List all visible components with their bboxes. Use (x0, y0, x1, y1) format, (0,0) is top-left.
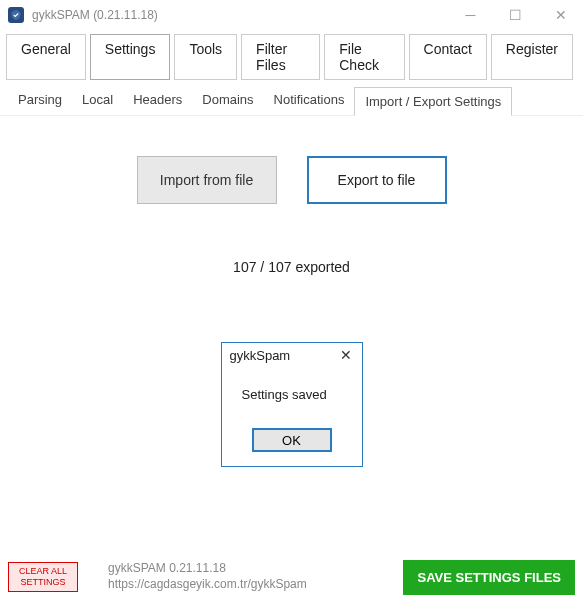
maximize-button[interactable]: ☐ (493, 0, 538, 30)
dialog-title: gykkSpam (230, 348, 291, 363)
tab-general[interactable]: General (6, 34, 86, 80)
footer-url: https://cagdasgeyik.com.tr/gykkSpam (108, 577, 307, 593)
export-to-file-button[interactable]: Export to file (307, 156, 447, 204)
footer-version: gykkSPAM 0.21.11.18 (108, 561, 307, 577)
save-settings-files-button[interactable]: SAVE SETTINGS FILES (403, 560, 575, 595)
titlebar: gykkSPAM (0.21.11.18) ─ ☐ ✕ (0, 0, 583, 30)
subtab-import-export[interactable]: Import / Export Settings (354, 87, 512, 116)
tab-filter-files[interactable]: Filter Files (241, 34, 320, 80)
content-area: Import from file Export to file 107 / 10… (0, 156, 583, 598)
subtab-domains[interactable]: Domains (192, 86, 263, 115)
close-button[interactable]: ✕ (538, 0, 583, 30)
footer: CLEAR ALL SETTINGS gykkSPAM 0.21.11.18 h… (0, 556, 583, 598)
main-tabs: General Settings Tools Filter Files File… (0, 30, 583, 80)
clear-all-settings-button[interactable]: CLEAR ALL SETTINGS (8, 562, 78, 592)
tab-tools[interactable]: Tools (174, 34, 237, 80)
import-from-file-button[interactable]: Import from file (137, 156, 277, 204)
export-status-text: 107 / 107 exported (0, 259, 583, 275)
clear-line1: CLEAR ALL (19, 566, 67, 577)
dialog-footer: OK (222, 420, 362, 466)
window-title: gykkSPAM (0.21.11.18) (32, 8, 158, 22)
subtab-headers[interactable]: Headers (123, 86, 192, 115)
subtab-parsing[interactable]: Parsing (8, 86, 72, 115)
sub-tabs: Parsing Local Headers Domains Notificati… (0, 80, 583, 116)
tab-file-check[interactable]: File Check (324, 34, 404, 80)
clear-line2: SETTINGS (20, 577, 65, 588)
button-row: Import from file Export to file (0, 156, 583, 204)
tab-settings[interactable]: Settings (90, 34, 171, 80)
footer-info: gykkSPAM 0.21.11.18 https://cagdasgeyik.… (108, 561, 307, 592)
dialog-titlebar: gykkSpam ✕ (222, 343, 362, 369)
subtab-local[interactable]: Local (72, 86, 123, 115)
tab-contact[interactable]: Contact (409, 34, 487, 80)
dialog-message: Settings saved (222, 369, 362, 420)
ok-button[interactable]: OK (252, 428, 332, 452)
tab-register[interactable]: Register (491, 34, 573, 80)
app-icon (8, 7, 24, 23)
subtab-notifications[interactable]: Notifications (264, 86, 355, 115)
dialog: gykkSpam ✕ Settings saved OK (221, 342, 363, 467)
dialog-close-icon[interactable]: ✕ (336, 347, 356, 363)
minimize-button[interactable]: ─ (448, 0, 493, 30)
